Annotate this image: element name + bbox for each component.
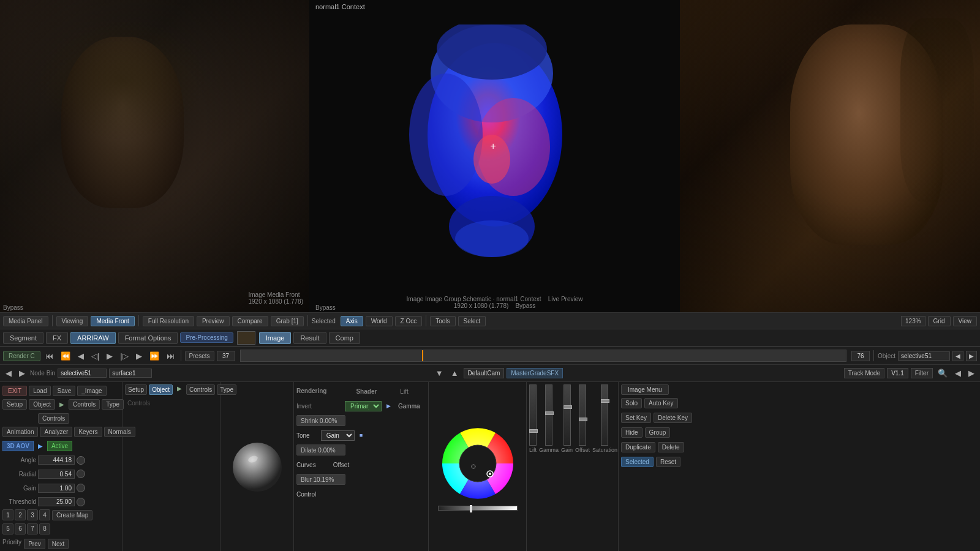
- num-8[interactable]: 8: [39, 523, 50, 534]
- saturation-track[interactable]: [601, 384, 608, 446]
- load-btn[interactable]: Load: [29, 386, 51, 396]
- color-wheel-svg[interactable]: [438, 424, 518, 503]
- gain-dial[interactable]: [77, 484, 85, 492]
- num-1[interactable]: 1: [2, 509, 13, 520]
- selective-input[interactable]: [58, 369, 107, 378]
- format-options-tab[interactable]: Format Options: [118, 332, 178, 344]
- reset-btn[interactable]: Reset: [656, 457, 680, 467]
- view-btn[interactable]: View: [953, 316, 978, 326]
- image-btn[interactable]: _Image: [77, 386, 106, 396]
- transport-fwd-play[interactable]: |▷: [118, 351, 130, 361]
- object-next[interactable]: ▶: [966, 351, 977, 361]
- controls-tab2[interactable]: Controls: [186, 384, 215, 395]
- fx-tab[interactable]: FX: [46, 332, 68, 344]
- setup-btn[interactable]: Setup: [2, 399, 27, 410]
- compare-btn[interactable]: Compare: [232, 316, 268, 326]
- nav-left2[interactable]: ◀: [952, 368, 963, 378]
- filter-btn[interactable]: Filter: [911, 368, 933, 378]
- search-icon[interactable]: 🔍: [935, 368, 950, 378]
- save-btn[interactable]: Save: [53, 386, 75, 396]
- arriraw-tab[interactable]: ARRIRAW: [70, 332, 116, 344]
- lift-track[interactable]: [529, 384, 537, 446]
- num-2[interactable]: 2: [15, 509, 26, 520]
- keyers-btn[interactable]: Keyers: [74, 427, 102, 437]
- aov-arrow[interactable]: ▶: [36, 442, 45, 450]
- image-menu-btn[interactable]: Image Menu: [621, 384, 669, 395]
- transport-play[interactable]: ▶: [104, 351, 115, 361]
- timeline-scrubber[interactable]: [240, 350, 847, 362]
- brightness-slider[interactable]: [438, 506, 518, 511]
- full-resolution-btn[interactable]: Full Resolution: [143, 316, 194, 326]
- segment-tab[interactable]: Segment: [3, 332, 43, 344]
- track-mode-btn[interactable]: Track Mode: [844, 368, 884, 378]
- num-4[interactable]: 4: [39, 509, 50, 520]
- gain-track[interactable]: [564, 384, 571, 446]
- num-3[interactable]: 3: [27, 509, 38, 520]
- shrink-bar[interactable]: Shrink 0.00%: [296, 415, 345, 426]
- solo-btn[interactable]: Solo: [621, 398, 642, 408]
- object-input[interactable]: [898, 351, 950, 361]
- tools-btn[interactable]: Tools: [430, 316, 455, 326]
- gamma-track[interactable]: [545, 384, 552, 446]
- num-7[interactable]: 7: [27, 523, 38, 534]
- presets-btn[interactable]: Presets: [185, 351, 214, 361]
- type-btn[interactable]: Type: [102, 399, 124, 410]
- gain-dropdown[interactable]: Gain: [321, 430, 355, 441]
- image-tab[interactable]: Image: [259, 332, 292, 344]
- axis-btn[interactable]: Axis: [341, 316, 363, 326]
- result-tab[interactable]: Result: [293, 332, 326, 344]
- delete-btn[interactable]: Delete: [658, 442, 684, 452]
- transport-next-frame[interactable]: ⏩: [147, 351, 162, 361]
- hide-btn[interactable]: Hide: [621, 427, 643, 438]
- blur-bar[interactable]: Blur 10.19%: [296, 474, 345, 485]
- object-tab[interactable]: Object: [149, 384, 173, 395]
- transport-step-back[interactable]: ◀: [75, 351, 86, 361]
- create-map-btn[interactable]: Create Map: [52, 510, 92, 520]
- object-prev[interactable]: ◀: [952, 351, 963, 361]
- viewport-center[interactable]: normal1 Context: [309, 0, 680, 312]
- offset-track[interactable]: [579, 384, 586, 446]
- media-panel-btn[interactable]: Media Panel: [3, 316, 48, 326]
- object-btn[interactable]: Object: [29, 399, 55, 410]
- render-c-btn[interactable]: Render C: [3, 351, 40, 361]
- radial-dial[interactable]: [77, 470, 85, 478]
- group-btn[interactable]: Group: [645, 427, 671, 438]
- analyzer-btn[interactable]: Analyzer: [40, 427, 72, 437]
- exit-btn[interactable]: EXIT: [2, 386, 27, 396]
- transport-go-end[interactable]: ⏭: [164, 351, 177, 361]
- angle-input[interactable]: [38, 455, 75, 465]
- grid-btn[interactable]: Grid: [928, 316, 951, 326]
- prev-btn[interactable]: Prev: [24, 539, 45, 549]
- surface-name-input[interactable]: [109, 369, 152, 378]
- z-occ-btn[interactable]: Z Occ: [395, 316, 423, 326]
- transport-rev-play[interactable]: ◁|: [89, 351, 102, 361]
- threshold-dial[interactable]: [77, 498, 85, 506]
- world-btn[interactable]: World: [366, 316, 393, 326]
- angle-dial[interactable]: [77, 456, 85, 465]
- delete-key-btn[interactable]: Delete Key: [654, 413, 692, 423]
- controls-btn2[interactable]: Controls: [38, 413, 69, 424]
- viewport-left[interactable]: Bypass Image Media Front 1920 x 1080 (1.…: [0, 0, 309, 312]
- track-down[interactable]: ▼: [433, 368, 446, 378]
- gain-input[interactable]: [38, 484, 75, 493]
- nav-left[interactable]: ◀: [3, 368, 14, 378]
- primary-dropdown[interactable]: Primary: [345, 401, 382, 411]
- controls-btn1[interactable]: Controls: [69, 399, 100, 410]
- dilate-bar[interactable]: Dilate 0.00%: [296, 444, 345, 455]
- object-arrow-icon[interactable]: ▶: [57, 400, 67, 408]
- animation-btn[interactable]: Animation: [2, 427, 38, 437]
- grab-btn[interactable]: Grab [1]: [271, 316, 304, 326]
- comp-tab[interactable]: Comp: [329, 332, 360, 344]
- radial-input[interactable]: [38, 470, 75, 479]
- num-5[interactable]: 5: [2, 523, 13, 534]
- transport-go-start[interactable]: ⏮: [43, 351, 56, 361]
- selected-btn[interactable]: Selected: [621, 457, 654, 467]
- next-btn[interactable]: Next: [48, 539, 69, 549]
- media-front-btn[interactable]: Media Front: [91, 316, 134, 326]
- preview-btn[interactable]: Preview: [197, 316, 230, 326]
- nav-right[interactable]: ▶: [17, 368, 28, 378]
- pre-processing-tab[interactable]: Pre-Processing: [180, 332, 233, 343]
- transport-step-fwd[interactable]: ▶: [134, 351, 145, 361]
- setup-tab[interactable]: Setup: [125, 384, 147, 395]
- duplicate-btn[interactable]: Duplicate: [621, 442, 655, 452]
